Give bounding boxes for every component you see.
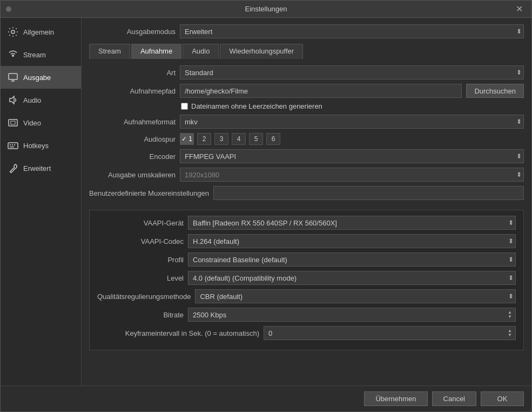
level-wrapper: 4.0 (default) (Compatibility mode) ⬍ — [188, 271, 516, 285]
dateinamen-label: Dateinamen ohne Leerzeichen generieren — [191, 102, 322, 110]
sidebar-item-stream[interactable]: Stream — [1, 43, 81, 66]
art-label: Art — [89, 69, 176, 77]
sidebar-item-allgemein[interactable]: Allgemein — [1, 21, 81, 43]
vaapi-geraet-label: VAAPI-Gerät — [97, 219, 184, 227]
svg-rect-7 — [10, 144, 11, 145]
settings-window: Einstellungen ✕ Allgemein — [0, 0, 532, 412]
svg-rect-5 — [11, 121, 15, 124]
right-panel: Ausgabemodus Erweitert Einfach ⬍ Stream … — [82, 18, 531, 386]
aufnahmeformat-select[interactable]: mkv mp4 flv ts — [180, 115, 524, 129]
audiospur-btn-2[interactable]: 2 — [197, 133, 211, 145]
display-icon — [7, 117, 19, 129]
qualitaet-wrapper: CBR (default) ⬍ — [195, 289, 516, 303]
audiospur-label: Audiospur — [89, 135, 176, 143]
titlebar-title: Einstellungen — [245, 5, 287, 13]
titlebar: Einstellungen ✕ — [1, 1, 531, 18]
sidebar-item-video-label: Video — [23, 119, 41, 127]
qualitaet-row: Qualitätsregulierungsmethode CBR (defaul… — [97, 289, 516, 303]
ausgabe-umskalieren-select[interactable]: 1920x1080 — [180, 168, 524, 182]
tab-stream[interactable]: Stream — [89, 44, 130, 59]
audiospur-btn-6[interactable]: 6 — [266, 133, 280, 145]
muxer-input[interactable] — [213, 186, 524, 200]
aufnahmepfad-input[interactable] — [180, 84, 462, 98]
encoder-row: Encoder FFMPEG VAAPI ⬍ — [89, 149, 524, 163]
close-button[interactable]: ✕ — [513, 3, 526, 15]
bitrate-down-icon[interactable]: ▼ — [505, 315, 515, 319]
aufnahmeformat-row: Aufnahmeformat mkv mp4 flv ts ⬍ — [89, 115, 524, 129]
main-content: Allgemein Stream — [1, 18, 531, 386]
sidebar-item-stream-label: Stream — [23, 51, 46, 59]
muxer-row: Benutzerdefinierte Muxereinstellungen — [89, 186, 524, 200]
tab-audio[interactable]: Audio — [183, 44, 219, 59]
ausgabe-umskalieren-label: Ausgabe umskalieren — [89, 171, 176, 179]
muxer-label: Benutzerdefinierte Muxereinstellungen — [89, 189, 209, 197]
vaapi-codec-row: VAAPI-Codec H.264 (default) ⬍ — [97, 234, 516, 248]
ausgabe-umskalieren-row: Ausgabe umskalieren 1920x1080 ⬍ — [89, 168, 524, 182]
vaapi-geraet-select[interactable]: Baffin [Radeon RX 550 640SP / RX 560/560… — [188, 216, 516, 230]
ausgabemodus-select[interactable]: Erweitert Einfach — [180, 24, 524, 38]
bitrate-spin: ▲ ▼ — [505, 308, 515, 322]
art-row: Art Standard ⬍ — [89, 65, 524, 79]
monitor-icon — [7, 71, 19, 83]
aufnahmepfad-label: Aufnahmepfad — [89, 87, 176, 95]
sidebar-item-audio[interactable]: Audio — [1, 89, 81, 111]
qualitaet-select[interactable]: CBR (default) — [195, 289, 516, 303]
titlebar-dot — [6, 6, 11, 12]
ausgabemodus-label: Ausgabemodus — [89, 28, 176, 36]
sidebar-item-hotkeys[interactable]: Hotkeys — [1, 134, 81, 157]
sidebar: Allgemein Stream — [1, 18, 82, 386]
bitrate-label: Bitrate — [97, 311, 184, 319]
ausgabemodus-select-wrapper: Erweitert Einfach ⬍ — [180, 24, 524, 38]
sidebar-item-video[interactable]: Video — [1, 111, 81, 134]
svg-rect-2 — [9, 74, 17, 79]
keyframe-label: Keyframeintervall in Sek. (0 = automatis… — [97, 329, 259, 337]
audiospur-btn-4[interactable]: 4 — [232, 133, 246, 145]
profil-label: Profil — [97, 256, 184, 264]
svg-point-0 — [11, 30, 15, 34]
dateinamen-checkbox[interactable] — [181, 103, 188, 110]
keyframe-input[interactable] — [264, 326, 516, 340]
svg-rect-4 — [9, 119, 17, 126]
art-select[interactable]: Standard — [180, 65, 524, 79]
aufnahmeformat-label: Aufnahmeformat — [89, 118, 176, 126]
encoder-select-wrapper: FFMPEG VAAPI ⬍ — [180, 149, 524, 163]
sidebar-item-erweitert-label: Erweitert — [23, 164, 51, 172]
audiospur-btn-1[interactable]: ✓ 1 — [180, 133, 194, 145]
aufnahmeformat-select-wrapper: mkv mp4 flv ts ⬍ — [180, 115, 524, 129]
level-label: Level — [97, 274, 184, 282]
bitrate-input[interactable] — [188, 308, 516, 322]
durchsuchen-button[interactable]: Durchsuchen — [466, 84, 524, 98]
vaapi-codec-label: VAAPI-Codec — [97, 237, 184, 245]
aufnahmepfad-row: Aufnahmepfad Durchsuchen — [89, 84, 524, 98]
profil-select[interactable]: Constrained Baseline (default) — [188, 252, 516, 267]
audiospur-buttons: ✓ 1 2 3 4 5 6 — [180, 133, 280, 145]
speaker-icon — [7, 94, 19, 106]
level-row: Level 4.0 (default) (Compatibility mode)… — [97, 271, 516, 285]
sidebar-item-ausgabe-label: Ausgabe — [23, 74, 51, 82]
ok-button[interactable]: OK — [481, 391, 524, 406]
svg-point-1 — [12, 55, 14, 57]
tab-wiederholungspuffer[interactable]: Wiederholungspuffer — [220, 44, 303, 59]
encoder-label: Encoder — [89, 152, 176, 161]
sidebar-item-allgemein-label: Allgemein — [23, 28, 54, 36]
sidebar-item-ausgabe[interactable]: Ausgabe — [1, 66, 81, 89]
audiospur-btn-5[interactable]: 5 — [249, 133, 263, 145]
encoder-select[interactable]: FFMPEG VAAPI — [180, 149, 524, 163]
ausgabemodus-row: Ausgabemodus Erweitert Einfach ⬍ — [89, 24, 524, 38]
cancel-button[interactable]: Cancel — [432, 391, 476, 406]
bottom-bar: Übernehmen Cancel OK — [1, 386, 531, 411]
vaapi-codec-select[interactable]: H.264 (default) — [188, 234, 516, 248]
tab-aufnahme[interactable]: Aufnahme — [131, 44, 181, 59]
svg-rect-10 — [10, 147, 14, 148]
keyframe-down-icon[interactable]: ▼ — [505, 333, 515, 337]
sidebar-item-hotkeys-label: Hotkeys — [23, 142, 49, 150]
qualitaet-label: Qualitätsregulierungsmethode — [97, 293, 191, 301]
bitrate-wrapper: ▲ ▼ — [188, 308, 516, 322]
apply-button[interactable]: Übernehmen — [364, 391, 427, 406]
keyframe-wrapper: ▲ ▼ — [264, 326, 516, 340]
encoder-settings-box: VAAPI-Gerät Baffin [Radeon RX 550 640SP … — [89, 210, 524, 350]
sidebar-item-erweitert[interactable]: Erweitert — [1, 157, 81, 180]
gear-icon — [7, 26, 19, 38]
level-select[interactable]: 4.0 (default) (Compatibility mode) — [188, 271, 516, 285]
audiospur-btn-3[interactable]: 3 — [214, 133, 228, 145]
